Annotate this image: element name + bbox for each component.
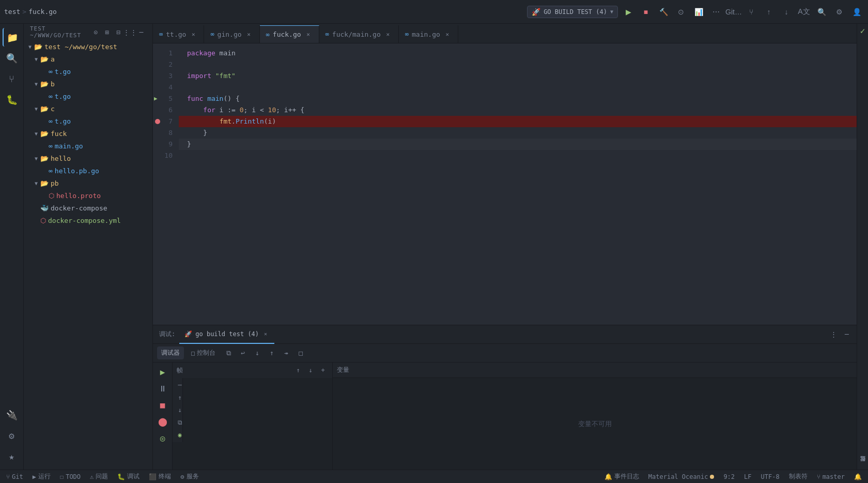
debug-copy-btn[interactable]: ⧉: [223, 348, 234, 359]
tab-gin.go[interactable]: ∞ gin.go ✕: [204, 25, 259, 43]
debug-build-button[interactable]: 🔨: [656, 5, 671, 19]
status-git[interactable]: ⑂ Git: [4, 472, 25, 481]
push-button[interactable]: ↑: [762, 5, 776, 19]
panel-tab-build[interactable]: 🚀 go build test (4) ✕: [179, 325, 274, 344]
status-line-ending[interactable]: LF: [742, 472, 753, 481]
sidebar-icon-close[interactable]: ─: [137, 27, 146, 37]
sidebar-icon-locate[interactable]: ⊙: [91, 27, 101, 37]
sidebar-icon-more[interactable]: ⋮⋮: [126, 27, 135, 37]
tab-main.go[interactable]: ∞ main.go ✕: [399, 25, 458, 43]
sidebar-item-dir-fuck[interactable]: ▼ 📂 fuck: [24, 127, 152, 140]
activity-search[interactable]: 🔍: [3, 49, 21, 67]
debug-resume-btn[interactable]: ▶: [156, 365, 170, 379]
activity-settings2[interactable]: ⚙: [3, 426, 21, 445]
status-run[interactable]: ▶ 运行: [30, 471, 53, 482]
sidebar-item-docker-compose[interactable]: 🐳 docker-compose: [24, 202, 152, 214]
sidebar-item-dir-hello[interactable]: ▼ 📂 hello: [24, 152, 152, 164]
translate-button[interactable]: A文: [797, 5, 811, 19]
sidebar-item-dir-a[interactable]: ▼ 📂 a: [24, 53, 152, 65]
branch-button[interactable]: ⑂: [744, 5, 758, 19]
status-encoding[interactable]: UTF-8: [759, 472, 782, 481]
da-copy-btn[interactable]: ⧉: [175, 417, 185, 428]
debug-frames-up[interactable]: ↑: [293, 365, 303, 375]
debug-run-to-cursor-btn[interactable]: ↠: [281, 348, 292, 359]
sidebar-item-b-t.go[interactable]: ∞ t.go: [24, 90, 152, 102]
sidebar-icon-collapse[interactable]: ⊟: [114, 27, 123, 37]
stop-button[interactable]: ■: [639, 5, 653, 19]
status-event-log[interactable]: 🔔 事件日志: [602, 471, 641, 482]
status-notifications[interactable]: 🔔: [852, 472, 864, 481]
da-minus-btn[interactable]: ─: [175, 380, 185, 390]
pull-button[interactable]: ↓: [779, 5, 794, 19]
activity-project[interactable]: 📁: [3, 28, 21, 47]
panel-minimize-button[interactable]: ─: [841, 329, 853, 340]
breadcrumb-file[interactable]: fuck.go: [28, 8, 57, 16]
code-editor[interactable]: package main import "fmt" func main() {: [179, 43, 857, 325]
file-hello-label: hello.pb.go: [55, 167, 99, 175]
debug-tab-console[interactable]: □ 控制台: [187, 346, 220, 359]
activity-bookmark[interactable]: ★: [3, 447, 21, 465]
status-todo[interactable]: ☐ TODO: [58, 472, 83, 481]
tab-tt-close[interactable]: ✕: [189, 30, 197, 38]
sidebar-item-c-t.go[interactable]: ∞ t.go: [24, 115, 152, 127]
debug-step-out-btn[interactable]: ↑: [266, 348, 277, 359]
sidebar-icon-expand[interactable]: ⊞: [103, 27, 112, 37]
sidebar-item-hello-pb.go[interactable]: ∞ hello.pb.go: [24, 164, 152, 177]
debug-frames-down[interactable]: ↓: [305, 365, 316, 375]
sidebar-item-a-t.go[interactable]: ∞ t.go: [24, 65, 152, 78]
status-formatter[interactable]: 制表符: [787, 471, 810, 482]
sidebar-item-fuck-main.go[interactable]: ∞ main.go: [24, 140, 152, 152]
ln-4: 4: [153, 82, 179, 93]
debug-run-btn[interactable]: ◎: [156, 431, 170, 445]
breadcrumb-project[interactable]: test: [4, 8, 20, 16]
status-position[interactable]: 9:2: [721, 472, 737, 481]
panel-menu-button[interactable]: ⋮: [828, 329, 839, 340]
status-terminal[interactable]: ⬛ 终端: [147, 471, 173, 482]
activity-plugins[interactable]: 🔌: [3, 405, 21, 424]
settings-button[interactable]: ⚙: [832, 5, 846, 19]
status-theme[interactable]: Material Oceanic: [646, 472, 717, 481]
status-services[interactable]: ⚙ 服务: [178, 471, 200, 482]
avatar-button[interactable]: 👤: [849, 5, 864, 19]
right-sidebar-check[interactable]: ✓: [858, 26, 867, 35]
debug-breakpoint-btn[interactable]: ⬤: [156, 414, 170, 429]
profile-button[interactable]: 📊: [691, 5, 706, 19]
coverage-button[interactable]: ⊙: [674, 5, 688, 19]
da-down-btn[interactable]: ↓: [175, 405, 185, 415]
tab-fuck.go[interactable]: ∞ fuck.go ✕: [260, 25, 319, 43]
debug-evaluate-btn[interactable]: □: [295, 348, 306, 359]
debug-frames-add[interactable]: +: [318, 365, 328, 375]
tab-fuck-main.go[interactable]: ∞ fuck/main.go ✕: [319, 25, 399, 43]
sidebar-item-dir-pb[interactable]: ▼ 📂 pb: [24, 177, 152, 189]
da-circle-btn[interactable]: ◉: [175, 430, 185, 440]
status-problems[interactable]: ⚠ 问题: [88, 471, 110, 482]
tab-tt.go[interactable]: ∞ tt.go ✕: [153, 25, 204, 43]
breakpoint-7[interactable]: [155, 119, 160, 124]
git-button[interactable]: Git…: [726, 5, 741, 19]
sidebar-item-docker-compose-yml[interactable]: ⬡ docker-compose.yml: [24, 214, 152, 227]
tree-root[interactable]: ▼ 📂 test ~/www/go/test: [24, 40, 152, 53]
status-debug[interactable]: 🐛 调试: [115, 471, 142, 482]
sidebar-item-hello.proto[interactable]: ⬡ hello.proto: [24, 189, 152, 202]
sidebar-item-dir-b[interactable]: ▼ 📂 b: [24, 78, 152, 90]
run-config-dropdown-arrow: ▼: [610, 9, 613, 14]
debug-stop-btn[interactable]: ■: [156, 398, 170, 412]
search-everywhere-button[interactable]: 🔍: [814, 5, 829, 19]
run-button[interactable]: ▶: [621, 5, 636, 19]
run-config-selector[interactable]: 🚀 GO BUILD TEST (4) ▼: [527, 6, 618, 18]
sidebar-item-dir-c[interactable]: ▼ 📂 c: [24, 102, 152, 115]
activity-git[interactable]: ⑂: [3, 69, 21, 88]
activity-debug[interactable]: 🐛: [3, 90, 21, 109]
debug-step-over-btn[interactable]: ↩: [237, 348, 249, 359]
debug-pause-btn[interactable]: ⏸: [156, 381, 170, 396]
more-run-button[interactable]: ⋯: [709, 5, 723, 19]
debug-step-into-btn[interactable]: ↓: [252, 348, 263, 359]
da-up-btn[interactable]: ↑: [175, 393, 185, 403]
tab-gin-close[interactable]: ✕: [245, 30, 253, 38]
tab-fuck-main-close[interactable]: ✕: [384, 30, 392, 38]
debug-tab-debugger[interactable]: 调试器: [157, 346, 184, 359]
status-branch[interactable]: ⑂ master: [815, 472, 847, 481]
tab-fuck-close[interactable]: ✕: [304, 31, 313, 39]
tab-main-close[interactable]: ✕: [443, 30, 452, 38]
panel-tab-build-close[interactable]: ✕: [262, 330, 269, 338]
